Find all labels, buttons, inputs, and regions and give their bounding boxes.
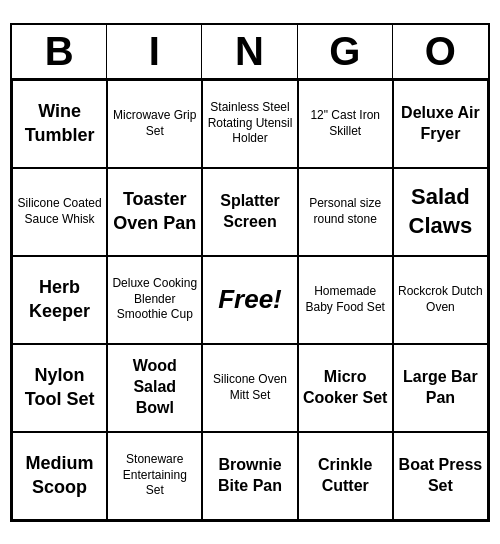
bingo-cell-13: Homemade Baby Food Set (298, 256, 393, 344)
bingo-cell-11: Deluxe Cooking Blender Smoothie Cup (107, 256, 202, 344)
bingo-cell-17: Silicone Oven Mitt Set (202, 344, 297, 432)
bingo-cell-24: Boat Press Set (393, 432, 488, 520)
bingo-letter-g: G (298, 25, 393, 78)
bingo-cell-9: Salad Claws (393, 168, 488, 256)
bingo-cell-10: Herb Keeper (12, 256, 107, 344)
bingo-cell-21: Stoneware Entertaining Set (107, 432, 202, 520)
bingo-cell-22: Brownie Bite Pan (202, 432, 297, 520)
bingo-card: BINGO Wine TumblerMicrowave Grip SetStai… (10, 23, 490, 522)
bingo-letter-o: O (393, 25, 488, 78)
bingo-cell-3: 12" Cast Iron Skillet (298, 80, 393, 168)
bingo-cell-16: Wood Salad Bowl (107, 344, 202, 432)
bingo-letter-i: I (107, 25, 202, 78)
bingo-cell-12: Free! (202, 256, 297, 344)
bingo-cell-8: Personal size round stone (298, 168, 393, 256)
bingo-header: BINGO (12, 25, 488, 80)
bingo-letter-b: B (12, 25, 107, 78)
bingo-cell-7: Splatter Screen (202, 168, 297, 256)
bingo-cell-19: Large Bar Pan (393, 344, 488, 432)
bingo-letter-n: N (202, 25, 297, 78)
bingo-cell-18: Micro Cooker Set (298, 344, 393, 432)
bingo-cell-23: Crinkle Cutter (298, 432, 393, 520)
bingo-grid: Wine TumblerMicrowave Grip SetStainless … (12, 80, 488, 520)
bingo-cell-15: Nylon Tool Set (12, 344, 107, 432)
bingo-cell-20: Medium Scoop (12, 432, 107, 520)
bingo-cell-0: Wine Tumbler (12, 80, 107, 168)
bingo-cell-2: Stainless Steel Rotating Utensil Holder (202, 80, 297, 168)
bingo-cell-5: Silicone Coated Sauce Whisk (12, 168, 107, 256)
bingo-cell-1: Microwave Grip Set (107, 80, 202, 168)
bingo-cell-4: Deluxe Air Fryer (393, 80, 488, 168)
bingo-cell-6: Toaster Oven Pan (107, 168, 202, 256)
bingo-cell-14: Rockcrok Dutch Oven (393, 256, 488, 344)
